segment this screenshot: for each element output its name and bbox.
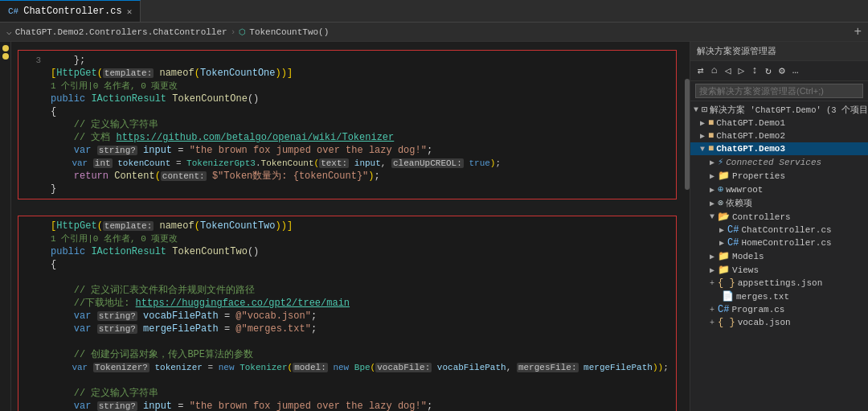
tree-item-merges[interactable]: 📄 merges.txt [690, 290, 868, 303]
code-line: // 创建分词器对象，传入BPE算法的参数 [23, 348, 671, 361]
code-line: 1 个引用|0 名作者, 0 项更改 [23, 232, 671, 245]
code-line: var string? vocabFilePath = @"vocab.json… [23, 310, 671, 323]
solution-explorer-toolbar: ⇄ ⌂ ◁ ▷ ↕ ↻ ⚙ … [690, 61, 868, 81]
toolbar-back-btn[interactable]: ◁ [723, 64, 734, 78]
expand-arrow-icon: ▶ [710, 252, 714, 261]
tree-item-deps[interactable]: ▶ ⊗ 依赖项 [690, 196, 868, 210]
scroll-thumb[interactable] [685, 79, 690, 190]
breadcrumb-method-icon: ⬡ [239, 27, 246, 37]
expand-arrow-icon: ▶ [710, 171, 714, 181]
toolbar-refresh-btn[interactable]: ↻ [763, 64, 774, 78]
expand-arrow-icon: ▶ [710, 265, 714, 275]
tree-item-demo2[interactable]: ▶ ■ ChatGPT.Demo2 [690, 129, 868, 142]
toolbar-settings-btn[interactable]: ⚙ [776, 64, 788, 78]
code-line: [HttpGet(template: nameof(TokenCountTwo)… [23, 220, 671, 232]
tree-item-views[interactable]: ▶ 📁 Views [690, 263, 868, 277]
editor-area[interactable]: 3 }; [HttpGet(template: nameof(TokenCoun… [11, 42, 683, 411]
tree-item-controllers[interactable]: ▼ 📂 Controllers [690, 210, 868, 224]
code-line [23, 271, 671, 284]
solution-explorer-panel: 解决方案资源管理器 ⇄ ⌂ ◁ ▷ ↕ ↻ ⚙ … ▼ ⊡ 解决方案 ' [690, 42, 868, 411]
tab-bar: C# ChatController.cs ✕ [0, 0, 868, 23]
expand-arrow-icon: ▶ [710, 158, 714, 167]
deps-icon: ⊗ [718, 197, 723, 209]
tree-item-demo1[interactable]: ▶ ■ ChatGPT.Demo1 [690, 117, 868, 129]
folder-icon: 📁 [718, 170, 730, 182]
tree-item-label: 依赖项 [726, 197, 752, 209]
vertical-scrollbar[interactable] [683, 42, 690, 411]
folder-icon: 📂 [718, 211, 730, 223]
toolbar-home-btn[interactable]: ⌂ [709, 64, 720, 78]
solution-explorer-title: 解决方案资源管理器 [697, 45, 776, 57]
tree-item-homecontroller[interactable]: ▶ C# HomeController.cs [690, 236, 868, 249]
tree-item-appsettings[interactable]: + { } appsettings.json [690, 277, 868, 290]
tree-item-chatcontroller[interactable]: ▶ C# ChatController.cs [690, 224, 868, 236]
code-block-1: 3 }; [HttpGet(template: nameof(TokenCoun… [18, 50, 677, 199]
tree-item-vocab[interactable]: + { } vocab.json [690, 316, 868, 329]
expand-arrow-icon: ▼ [700, 145, 705, 154]
code-line [23, 335, 671, 348]
add-tab-button[interactable]: + [854, 25, 862, 39]
code-line: // 定义输入字符串 [23, 118, 671, 131]
expand-arrow-icon: + [710, 279, 714, 288]
main-area: 3 }; [HttpGet(template: nameof(TokenCoun… [0, 42, 868, 411]
tree-item-label: appsettings.json [738, 278, 823, 288]
toolbar-sync-btn[interactable]: ⇄ [695, 64, 706, 78]
code-line: var string? input = "the brown fox jumpe… [23, 400, 671, 411]
tree-item-label: Program.cs [731, 305, 784, 314]
expand-arrow-icon: ▶ [710, 185, 714, 195]
folder-icon: 📁 [718, 264, 730, 276]
cs-file-icon: C# [8, 6, 18, 16]
breadcrumb-arrow-icon: ⌵ [6, 27, 12, 37]
expand-arrow-icon: + [710, 319, 714, 327]
breadcrumb-method[interactable]: TokenCountTwo() [249, 27, 329, 37]
breadcrumb-class[interactable]: ChatGPT.Demo2.Controllers.ChatController [15, 27, 227, 37]
tree-item-label: 解决方案 'ChatGPT.Demo' (3 个项目, 共 3 [710, 105, 868, 116]
solution-search-box[interactable] [690, 81, 868, 101]
tree-item-models[interactable]: ▶ 📁 Models [690, 249, 868, 263]
tree-item-label: ChatGPT.Demo1 [716, 118, 785, 128]
code-line: { [23, 258, 671, 271]
tree-item-demo3[interactable]: ▼ ■ ChatGPT.Demo3 [690, 142, 868, 155]
tree-item-label: ChatController.cs [741, 225, 831, 235]
cs-file-icon: C# [727, 224, 739, 236]
tab-label: ChatController.cs [23, 6, 121, 17]
toolbar-collapse-btn[interactable]: ↕ [749, 64, 760, 78]
code-line: [HttpGet(template: nameof(TokenCountOne)… [23, 67, 671, 80]
tab-chatcontroller[interactable]: C# ChatController.cs ✕ [0, 0, 141, 22]
code-line: var int tokenCount = TokenizerGpt3.Token… [23, 157, 671, 170]
gutter-indicator [2, 45, 9, 51]
code-block-2: [HttpGet(template: nameof(TokenCountTwo)… [18, 216, 677, 411]
tree-item-label: ChatGPT.Demo2 [716, 131, 785, 141]
code-line: // 定义输入字符串 [23, 387, 671, 400]
toolbar-more-btn[interactable]: … [790, 64, 801, 78]
solution-tree: ▼ ⊡ 解决方案 'ChatGPT.Demo' (3 个项目, 共 3 ▶ ■ … [690, 101, 868, 411]
tree-item-label: wwwroot [726, 185, 763, 195]
expand-arrow-icon: ▶ [710, 199, 714, 208]
tree-item-solution[interactable]: ▼ ⊡ 解决方案 'ChatGPT.Demo' (3 个项目, 共 3 [690, 103, 868, 117]
code-line: var string? input = "the brown fox jumpe… [23, 144, 671, 157]
project-icon: ■ [708, 117, 714, 129]
toolbar-filter-btn[interactable]: ▷ [735, 64, 747, 78]
code-line: var string? mergeFilePath = @"merges.txt… [23, 323, 671, 335]
connected-services-icon: ⚡ [718, 156, 723, 168]
code-line: 3 }; [23, 54, 671, 67]
cs-file-icon: C# [718, 304, 729, 315]
tab-close-button[interactable]: ✕ [127, 6, 133, 17]
tree-item-properties[interactable]: ▶ 📁 Properties [690, 169, 868, 183]
tree-item-label: Connected Services [726, 158, 821, 167]
tree-item-program[interactable]: + C# Program.cs [690, 303, 868, 316]
tree-item-label: Properties [732, 171, 785, 181]
tree-item-label: Models [732, 252, 764, 261]
code-line: public IActionResult TokenCountTwo() [23, 245, 671, 258]
code-line: } [23, 183, 671, 195]
tree-item-wwwroot[interactable]: ▶ ⊕ wwwroot [690, 183, 868, 196]
tree-item-label: merges.txt [736, 292, 789, 302]
code-line: //下载地址: https://huggingface.co/gpt2/tree… [23, 297, 671, 310]
json-file-icon: { } [718, 277, 735, 289]
tree-item-connected-services[interactable]: ▶ ⚡ Connected Services [690, 155, 868, 169]
solution-icon: ⊡ [702, 104, 707, 116]
solution-search-input[interactable] [695, 84, 863, 98]
left-gutter [0, 42, 11, 411]
cs-file-icon: C# [727, 237, 739, 249]
breadcrumb-bar: ⌵ ChatGPT.Demo2.Controllers.ChatControll… [0, 23, 868, 42]
